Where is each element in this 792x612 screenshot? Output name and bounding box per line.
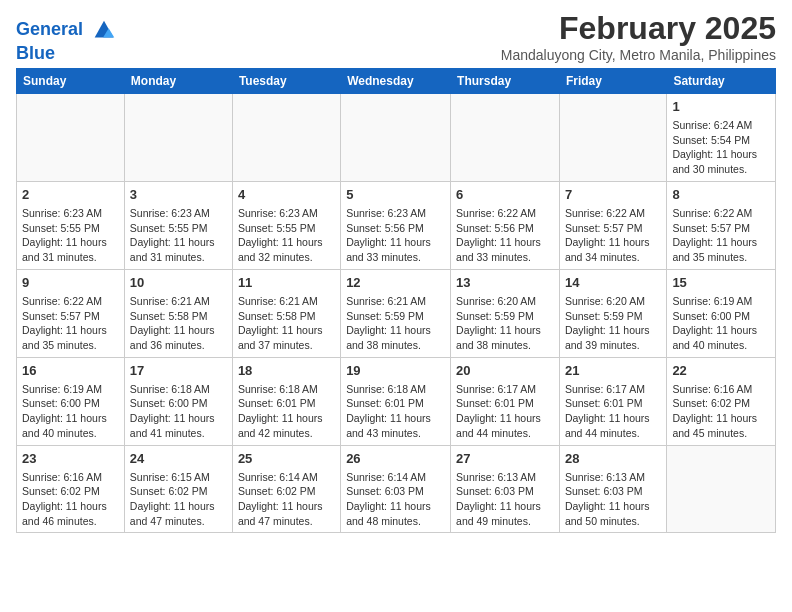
day-info: Sunrise: 6:13 AM Sunset: 6:03 PM Dayligh… [565,470,661,529]
calendar-cell: 10Sunrise: 6:21 AM Sunset: 5:58 PM Dayli… [124,269,232,357]
day-info: Sunrise: 6:19 AM Sunset: 6:00 PM Dayligh… [22,382,119,441]
day-info: Sunrise: 6:22 AM Sunset: 5:57 PM Dayligh… [672,206,770,265]
calendar-cell: 20Sunrise: 6:17 AM Sunset: 6:01 PM Dayli… [451,357,560,445]
day-info: Sunrise: 6:17 AM Sunset: 6:01 PM Dayligh… [565,382,661,441]
day-number: 21 [565,362,661,380]
calendar-cell: 27Sunrise: 6:13 AM Sunset: 6:03 PM Dayli… [451,445,560,533]
day-number: 18 [238,362,335,380]
day-number: 2 [22,186,119,204]
header: General Blue February 2025 Mandaluyong C… [16,10,776,64]
day-number: 15 [672,274,770,292]
day-info: Sunrise: 6:14 AM Sunset: 6:02 PM Dayligh… [238,470,335,529]
day-number: 24 [130,450,227,468]
calendar-cell: 12Sunrise: 6:21 AM Sunset: 5:59 PM Dayli… [341,269,451,357]
calendar-cell: 24Sunrise: 6:15 AM Sunset: 6:02 PM Dayli… [124,445,232,533]
calendar-cell: 13Sunrise: 6:20 AM Sunset: 5:59 PM Dayli… [451,269,560,357]
weekday-header: Tuesday [232,68,340,93]
calendar-cell: 21Sunrise: 6:17 AM Sunset: 6:01 PM Dayli… [559,357,666,445]
calendar-cell: 8Sunrise: 6:22 AM Sunset: 5:57 PM Daylig… [667,181,776,269]
day-info: Sunrise: 6:20 AM Sunset: 5:59 PM Dayligh… [565,294,661,353]
day-number: 23 [22,450,119,468]
day-number: 19 [346,362,445,380]
calendar-cell: 14Sunrise: 6:20 AM Sunset: 5:59 PM Dayli… [559,269,666,357]
calendar-cell [232,93,340,181]
day-number: 28 [565,450,661,468]
calendar-cell: 2Sunrise: 6:23 AM Sunset: 5:55 PM Daylig… [17,181,125,269]
day-number: 14 [565,274,661,292]
calendar-cell [17,93,125,181]
logo-line1: General [16,16,118,44]
calendar-cell [559,93,666,181]
weekday-header: Monday [124,68,232,93]
calendar-table: SundayMondayTuesdayWednesdayThursdayFrid… [16,68,776,534]
day-info: Sunrise: 6:19 AM Sunset: 6:00 PM Dayligh… [672,294,770,353]
day-number: 3 [130,186,227,204]
calendar-cell: 1Sunrise: 6:24 AM Sunset: 5:54 PM Daylig… [667,93,776,181]
weekday-header: Wednesday [341,68,451,93]
day-number: 9 [22,274,119,292]
weekday-header: Thursday [451,68,560,93]
day-number: 5 [346,186,445,204]
day-info: Sunrise: 6:21 AM Sunset: 5:58 PM Dayligh… [130,294,227,353]
day-number: 1 [672,98,770,116]
day-info: Sunrise: 6:23 AM Sunset: 5:55 PM Dayligh… [238,206,335,265]
day-info: Sunrise: 6:14 AM Sunset: 6:03 PM Dayligh… [346,470,445,529]
day-info: Sunrise: 6:24 AM Sunset: 5:54 PM Dayligh… [672,118,770,177]
calendar-cell: 9Sunrise: 6:22 AM Sunset: 5:57 PM Daylig… [17,269,125,357]
day-number: 16 [22,362,119,380]
logo: General Blue [16,16,118,64]
day-info: Sunrise: 6:15 AM Sunset: 6:02 PM Dayligh… [130,470,227,529]
header-row: SundayMondayTuesdayWednesdayThursdayFrid… [17,68,776,93]
day-info: Sunrise: 6:16 AM Sunset: 6:02 PM Dayligh… [22,470,119,529]
calendar-cell: 25Sunrise: 6:14 AM Sunset: 6:02 PM Dayli… [232,445,340,533]
day-info: Sunrise: 6:18 AM Sunset: 6:00 PM Dayligh… [130,382,227,441]
calendar-cell: 5Sunrise: 6:23 AM Sunset: 5:56 PM Daylig… [341,181,451,269]
calendar-cell [451,93,560,181]
calendar-week-row: 9Sunrise: 6:22 AM Sunset: 5:57 PM Daylig… [17,269,776,357]
day-number: 4 [238,186,335,204]
day-number: 8 [672,186,770,204]
day-number: 12 [346,274,445,292]
day-number: 17 [130,362,227,380]
day-info: Sunrise: 6:23 AM Sunset: 5:55 PM Dayligh… [130,206,227,265]
calendar-cell [667,445,776,533]
calendar-cell: 7Sunrise: 6:22 AM Sunset: 5:57 PM Daylig… [559,181,666,269]
weekday-header: Friday [559,68,666,93]
calendar-cell: 28Sunrise: 6:13 AM Sunset: 6:03 PM Dayli… [559,445,666,533]
day-info: Sunrise: 6:18 AM Sunset: 6:01 PM Dayligh… [238,382,335,441]
calendar-cell: 6Sunrise: 6:22 AM Sunset: 5:56 PM Daylig… [451,181,560,269]
logo-line2: Blue [16,44,118,64]
weekday-header: Sunday [17,68,125,93]
day-number: 25 [238,450,335,468]
day-info: Sunrise: 6:23 AM Sunset: 5:55 PM Dayligh… [22,206,119,265]
month-title: February 2025 [501,10,776,47]
calendar-week-row: 2Sunrise: 6:23 AM Sunset: 5:55 PM Daylig… [17,181,776,269]
day-info: Sunrise: 6:18 AM Sunset: 6:01 PM Dayligh… [346,382,445,441]
day-info: Sunrise: 6:23 AM Sunset: 5:56 PM Dayligh… [346,206,445,265]
calendar-cell: 22Sunrise: 6:16 AM Sunset: 6:02 PM Dayli… [667,357,776,445]
day-number: 27 [456,450,554,468]
location-subtitle: Mandaluyong City, Metro Manila, Philippi… [501,47,776,63]
calendar-header: SundayMondayTuesdayWednesdayThursdayFrid… [17,68,776,93]
day-info: Sunrise: 6:21 AM Sunset: 5:59 PM Dayligh… [346,294,445,353]
title-area: February 2025 Mandaluyong City, Metro Ma… [501,10,776,63]
day-number: 6 [456,186,554,204]
day-info: Sunrise: 6:22 AM Sunset: 5:56 PM Dayligh… [456,206,554,265]
calendar-cell: 23Sunrise: 6:16 AM Sunset: 6:02 PM Dayli… [17,445,125,533]
calendar-cell: 4Sunrise: 6:23 AM Sunset: 5:55 PM Daylig… [232,181,340,269]
day-number: 13 [456,274,554,292]
day-info: Sunrise: 6:21 AM Sunset: 5:58 PM Dayligh… [238,294,335,353]
calendar-cell: 26Sunrise: 6:14 AM Sunset: 6:03 PM Dayli… [341,445,451,533]
calendar-body: 1Sunrise: 6:24 AM Sunset: 5:54 PM Daylig… [17,93,776,533]
day-info: Sunrise: 6:20 AM Sunset: 5:59 PM Dayligh… [456,294,554,353]
day-info: Sunrise: 6:16 AM Sunset: 6:02 PM Dayligh… [672,382,770,441]
calendar-cell: 17Sunrise: 6:18 AM Sunset: 6:00 PM Dayli… [124,357,232,445]
calendar-cell: 15Sunrise: 6:19 AM Sunset: 6:00 PM Dayli… [667,269,776,357]
calendar-cell: 18Sunrise: 6:18 AM Sunset: 6:01 PM Dayli… [232,357,340,445]
calendar-cell: 11Sunrise: 6:21 AM Sunset: 5:58 PM Dayli… [232,269,340,357]
logo-general: General [16,19,83,39]
calendar-cell [124,93,232,181]
day-info: Sunrise: 6:17 AM Sunset: 6:01 PM Dayligh… [456,382,554,441]
day-number: 10 [130,274,227,292]
day-number: 22 [672,362,770,380]
